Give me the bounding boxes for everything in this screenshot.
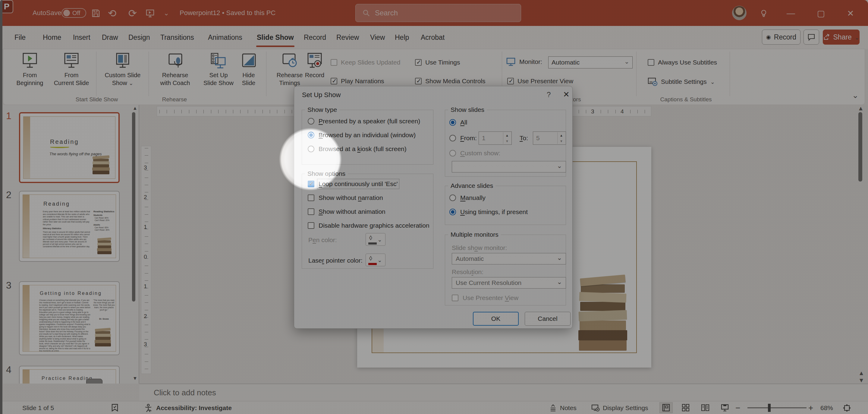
zoom-slider-track[interactable] [747, 407, 807, 408]
thumbnail-scrollbar[interactable] [132, 112, 135, 301]
cancel-button[interactable]: Cancel [525, 312, 570, 326]
dialog-close-icon[interactable]: ✕ [563, 90, 569, 99]
tab-design[interactable]: Design [127, 26, 151, 49]
minimize-button[interactable]: — [783, 5, 799, 21]
save-icon[interactable] [90, 7, 102, 19]
thumbnail-slide-1[interactable]: Reading The words flying off the pages [19, 112, 120, 183]
laser-pointer-color-picker[interactable] [366, 254, 385, 266]
maximize-button[interactable]: ▢ [813, 5, 829, 21]
radio-browsed-by-individual[interactable]: Browsed by an individual (window) [308, 131, 415, 139]
record-slideshow-icon [306, 52, 323, 71]
scroll-down-icon[interactable]: ▼ [133, 376, 137, 381]
zoom-slider-thumb[interactable] [768, 404, 771, 412]
tab-insert[interactable]: Insert [72, 26, 92, 49]
custom-slide-show-button[interactable]: Custom Slide Show [103, 52, 142, 87]
close-button[interactable]: ✕ [843, 5, 858, 21]
radio-from-slides[interactable]: From: [450, 135, 477, 142]
next-slide-icon[interactable]: ▼ [858, 377, 864, 384]
radio-custom-show[interactable]: Custom show: [450, 150, 500, 157]
keep-slides-updated-checkbox[interactable]: Keep Slides Updated [331, 59, 400, 66]
tab-transitions[interactable]: Transitions [159, 26, 195, 49]
notes-pane[interactable]: Click to add notes [139, 384, 868, 401]
redo-icon[interactable]: ⟳ [127, 7, 138, 19]
tab-record[interactable]: Record [303, 26, 327, 49]
monitor-dropdown[interactable]: Automatic [548, 56, 632, 68]
radio-manually[interactable]: Manually [450, 194, 486, 201]
notes-toggle[interactable]: Notes [549, 401, 577, 414]
tab-slide-show[interactable]: Slide Show [255, 26, 295, 49]
slide-show-view-button[interactable] [718, 402, 732, 413]
checkbox-show-without-animation[interactable]: Show without animation [308, 208, 385, 215]
record-slideshow-button[interactable]: Record [301, 52, 328, 79]
checkbox-show-without-narration[interactable]: Show without narration [308, 194, 383, 201]
tab-file[interactable]: File [13, 26, 27, 49]
zoom-out-button[interactable]: − [735, 401, 740, 414]
scroll-up-icon[interactable]: ▲ [133, 106, 137, 110]
avatar[interactable] [732, 6, 747, 20]
checkbox-disable-hardware-acceleration[interactable]: Disable hardware graphics acceleration [308, 222, 430, 229]
canvas-scrollbar[interactable]: ▲ [858, 109, 863, 181]
share-button[interactable]: Share [823, 30, 860, 45]
custom-show-dropdown[interactable] [452, 161, 566, 173]
search-input[interactable]: Search [355, 4, 521, 22]
reading-view-button[interactable] [699, 402, 712, 413]
radio-icon-selected [308, 132, 314, 139]
resolution-dropdown[interactable]: Use Current Resolution [452, 277, 566, 289]
scroll-up-icon[interactable]: ▲ [858, 105, 864, 112]
record-button[interactable]: ◉ Record [762, 30, 801, 45]
slide-indicator[interactable]: Slide 1 of 5 [22, 401, 54, 414]
checkbox-use-presenter-view-dialog[interactable]: Use Presenter View [452, 294, 518, 301]
radio-all-slides[interactable]: All [450, 119, 467, 126]
tab-review[interactable]: Review [335, 26, 360, 49]
from-current-slide-button[interactable]: FromCurrent Slide [52, 52, 91, 87]
hide-slide-button[interactable]: HideSlide [233, 52, 264, 87]
show-media-controls-checkbox[interactable]: Show Media Controls [415, 78, 486, 85]
always-use-subtitles-checkbox[interactable]: Always Use Subtitles [648, 59, 717, 66]
accessibility-status[interactable]: Accessibility: Investigate [144, 401, 232, 414]
from-slide-spinner[interactable]: 1 ▲▼ [478, 131, 512, 145]
spellcheck-flag-icon[interactable] [111, 401, 119, 414]
start-presentation-icon[interactable] [144, 7, 156, 19]
rehearse-with-coach-button[interactable]: Rehearsewith Coach [156, 52, 194, 87]
to-slide-spinner[interactable]: 5 ▲▼ [533, 131, 566, 145]
zoom-percentage[interactable]: 68% [820, 401, 833, 414]
play-narrations-checkbox[interactable]: Play Narrations [331, 78, 384, 85]
radio-using-timings[interactable]: Using timings, if present [450, 208, 528, 215]
laser-pointer-color-label: Laser pointer color: [308, 257, 363, 264]
lightbulb-icon[interactable] [756, 5, 772, 21]
fit-to-window-icon[interactable] [843, 401, 851, 414]
tab-home[interactable]: Home [41, 26, 62, 49]
radio-browsed-at-kiosk[interactable]: Browsed at a kiosk (full screen) [308, 145, 407, 153]
from-beginning-button[interactable]: FromBeginning [10, 52, 49, 87]
thumbnail-slide-3[interactable]: Getting into Reading Choose a book on so… [19, 281, 120, 355]
slide-show-monitor-dropdown[interactable]: Automatic [452, 253, 566, 264]
powerpoint-window: P AutoSave Off ⟲ ⟳ ⌄ Powerpoint12 • Save… [0, 0, 868, 414]
autosave-toggle[interactable]: Off [61, 8, 86, 18]
ok-button[interactable]: OK [473, 312, 519, 326]
checkbox-loop-continuously[interactable]: ✓ Loop continuously until 'Esc' [308, 180, 398, 187]
display-settings-button[interactable]: Display Settings [591, 401, 648, 414]
previous-slide-icon[interactable]: ▲ [858, 370, 864, 377]
tab-acrobat[interactable]: Acrobat [420, 26, 446, 49]
tab-view[interactable]: View [369, 26, 386, 49]
help-icon[interactable]: ? [547, 90, 551, 99]
collapse-ribbon-chevron-icon[interactable]: ⌄ [852, 91, 859, 100]
use-presenter-view-checkbox[interactable]: Use Presenter View [507, 78, 573, 85]
pen-color-picker[interactable] [366, 233, 385, 246]
slide-sorter-view-button[interactable] [679, 402, 692, 413]
set-up-slide-show-button[interactable]: Set UpSlide Show [199, 52, 238, 87]
checkbox-icon [331, 59, 337, 66]
quick-access-chevron-icon[interactable]: ⌄ [160, 7, 173, 19]
use-timings-checkbox[interactable]: Use Timings [415, 59, 460, 66]
radio-presented-by-speaker[interactable]: Presented by a speaker (full screen) [308, 118, 420, 125]
tab-draw[interactable]: Draw [101, 26, 119, 49]
comments-button[interactable] [804, 30, 819, 45]
normal-view-button[interactable] [659, 402, 673, 413]
document-title[interactable]: Powerpoint12 • Saved to this PC [180, 0, 276, 26]
subtitle-settings-button[interactable]: Subtitle Settings [648, 77, 715, 87]
tab-animations[interactable]: Animations [207, 26, 244, 49]
zoom-in-button[interactable]: + [808, 401, 813, 414]
thumbnail-slide-2[interactable]: Reading Every year there are at least tw… [19, 191, 120, 262]
undo-icon[interactable]: ⟲ [106, 7, 118, 19]
tab-help[interactable]: Help [394, 26, 410, 49]
